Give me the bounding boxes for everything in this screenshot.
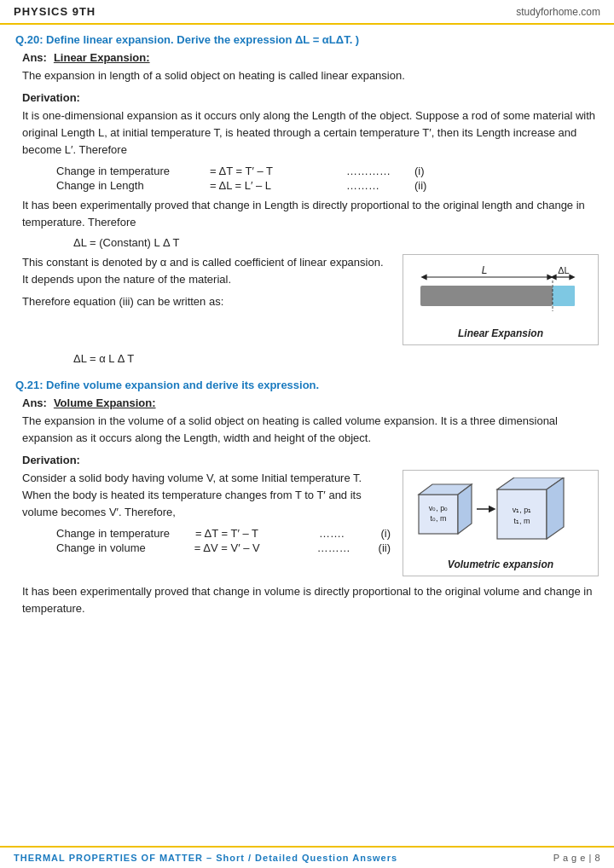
change-temp-row: Change in temperature = ΔT = T′ – T …………… — [56, 165, 599, 177]
question-20: Q.20: Define linear expansion. Derive th… — [15, 33, 599, 46]
svg-rect-13 — [497, 489, 547, 539]
ans-para2-20: It has been experimentally proved that c… — [22, 197, 599, 231]
derivation-heading-20: Derivation: — [22, 91, 599, 104]
change-vol-row: Change in volume = ΔV = V′ – V ……… (ii) — [56, 541, 391, 554]
question-21: Q.21: Define volume expansion and derive… — [15, 379, 599, 391]
svg-text:ΔL: ΔL — [558, 265, 569, 275]
volume-expansion-caption: Volumetric expansion — [412, 558, 589, 570]
formula2-20: ΔL = α L Δ T — [73, 352, 599, 365]
change-vol-num: (ii) — [379, 541, 391, 554]
derivation-heading-21: Derivation: — [22, 454, 599, 466]
change-temp-label-21: Change in temperature — [56, 527, 195, 540]
derivation-para-20: It is one-dimensional expansion as it oc… — [22, 107, 599, 159]
ans-para2-21: It has been experimentally proved that c… — [22, 583, 599, 617]
page-header: PHYSICS 9TH studyforhome.com — [0, 0, 614, 25]
footer-left: THERMAL PROPERTIES OF MATTER – Short / D… — [14, 853, 397, 863]
ans-label-20: Ans: — [22, 51, 47, 64]
answer-21: Ans: Volume Expansion: The expansion in … — [22, 396, 599, 623]
change-temp-eq-21: = ΔT = T′ – T — [195, 527, 319, 540]
change-temp-eq: = ΔT = T′ – T — [210, 165, 346, 177]
svg-text:t₁, m: t₁, m — [514, 517, 530, 525]
footer-dash: – — [206, 853, 216, 863]
change-vol-eq: = ΔV = V′ – V — [194, 541, 317, 554]
linear-expansion-caption: Linear Expansion — [412, 327, 589, 339]
ans-para1-20: The expansion in length of a solid objec… — [22, 67, 599, 84]
linear-expansion-svg: L ΔL — [412, 262, 587, 323]
svg-text:L: L — [482, 264, 488, 276]
change-vol-label: Change in volume — [56, 541, 194, 554]
svg-rect-1 — [553, 286, 575, 306]
change-temp-dots: ………… — [346, 165, 414, 177]
page-footer: THERMAL PROPERTIES OF MATTER – Short / D… — [0, 846, 614, 868]
ans-heading-20: Linear Expansion: — [54, 51, 150, 64]
linear-expansion-figure: L ΔL Linear Expansion — [403, 254, 599, 345]
svg-text:t₀, m: t₀, m — [431, 514, 447, 523]
change-temp-dots-21: ……. — [319, 527, 380, 540]
change-len-num: (ii) — [414, 179, 426, 192]
change-temp-label: Change in temperature — [56, 165, 210, 177]
ans-para1-21: The expansion in the volume of a solid o… — [22, 413, 599, 447]
change-len-dots: ……… — [346, 179, 414, 192]
main-content: Q.20: Define linear expansion. Derive th… — [0, 25, 614, 846]
footer-subject: THERMAL PROPERTIES OF MATTER — [14, 853, 203, 863]
change-len-label: Change in Length — [56, 179, 210, 192]
svg-text:v₀, p₀: v₀, p₀ — [429, 504, 449, 512]
change-temp-num-21: (i) — [380, 527, 391, 540]
header-title: PHYSICS 9TH — [14, 5, 96, 18]
svg-rect-0 — [420, 286, 553, 306]
volume-expansion-svg: v₀, p₀ t₀, m v₁, p₁ t₁, m — [412, 477, 589, 554]
answer-20: Ans: Linear Expansion: The expansion in … — [22, 51, 599, 370]
change-vol-dots: ……… — [317, 541, 379, 554]
change-temp-num: (i) — [414, 165, 425, 177]
footer-page: P a g e | 8 — [553, 853, 600, 863]
header-website: studyforhome.com — [516, 6, 600, 18]
change-len-row: Change in Length = ΔL = L′ – L ……… (ii) — [56, 179, 599, 192]
formula1-20: ΔL = (Constant) L Δ T — [73, 236, 599, 249]
ans-heading-21: Volume Expansion: — [54, 396, 156, 409]
ans-label-21: Ans: — [22, 396, 47, 409]
change-len-eq: = ΔL = L′ – L — [210, 179, 346, 192]
change-temp-row-21: Change in temperature = ΔT = T′ – T ……. … — [56, 527, 391, 540]
volume-expansion-figure: v₀, p₀ t₀, m v₁, p₁ t₁, m Volumetric exp… — [403, 470, 599, 576]
svg-text:v₁, p₁: v₁, p₁ — [513, 506, 532, 514]
footer-subtitle: Short / Detailed Question Answers — [216, 853, 397, 863]
